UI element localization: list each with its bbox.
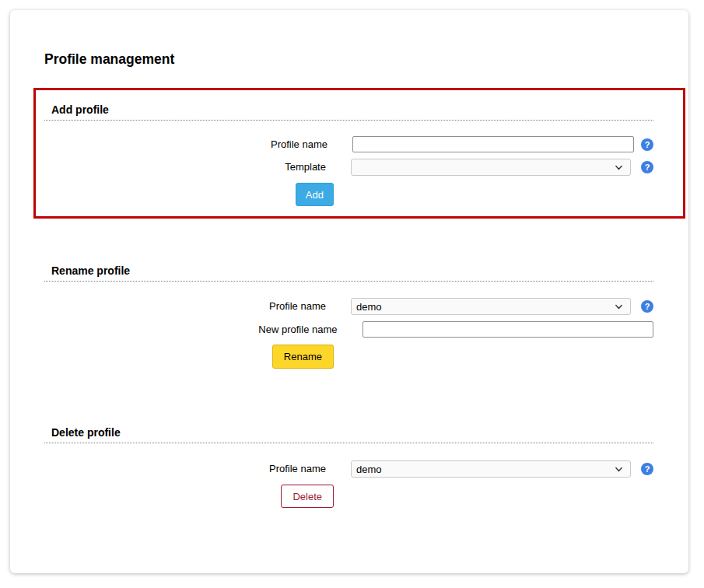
section-add-profile: Add profile Profile name ? Template [44,103,653,206]
rename-profile-name-row: Profile name demo ? [44,298,653,315]
rename-new-name-input[interactable] [363,321,654,338]
add-profile-name-input[interactable] [352,136,634,152]
delete-profile-name-row: Profile name demo ? [44,460,653,478]
delete-profile-heading: Delete profile [44,426,653,443]
add-template-row: Template ? [44,159,653,176]
rename-profile-heading: Rename profile [44,264,653,282]
help-icon[interactable]: ? [641,300,653,313]
rename-new-name-label: New profile name [44,324,338,336]
delete-profile-name-select[interactable]: demo [351,460,631,478]
delete-profile-name-label: Profile name [44,463,326,475]
help-icon[interactable]: ? [641,138,653,151]
add-template-select[interactable] [351,159,631,176]
add-template-label: Template [44,161,326,173]
add-profile-name-label: Profile name [44,138,327,151]
rename-button[interactable]: Rename [272,345,334,369]
section-rename-profile: Rename profile Profile name demo ? New p… [44,264,653,369]
rename-new-name-row: New profile name [44,321,653,338]
delete-button[interactable]: Delete [281,485,334,508]
add-profile-heading: Add profile [44,103,653,121]
section-delete-profile: Delete profile Profile name demo ? Delet… [44,426,653,508]
add-profile-name-row: Profile name ? [44,136,653,152]
help-icon[interactable]: ? [641,463,653,475]
rename-profile-name-select[interactable]: demo [351,298,631,315]
rename-profile-name-label: Profile name [44,300,326,313]
help-icon[interactable]: ? [641,161,653,173]
add-button[interactable]: Add [296,183,334,206]
page-title: Profile management [44,51,653,68]
profile-management-panel: Profile management Add profile Profile n… [10,10,688,573]
